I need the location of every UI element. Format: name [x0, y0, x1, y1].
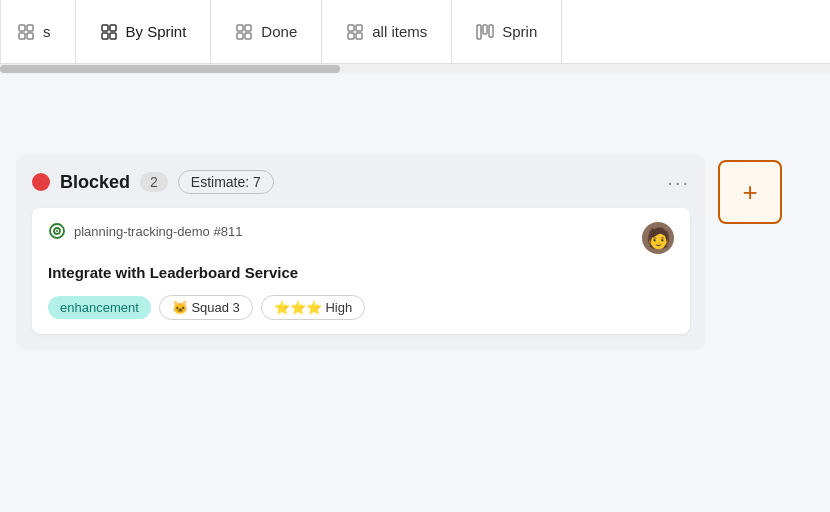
svg-rect-7: [110, 33, 116, 39]
issue-title: Integrate with Leaderboard Service: [48, 262, 674, 283]
svg-rect-8: [237, 25, 243, 31]
svg-rect-9: [245, 25, 251, 31]
issue-id: planning-tracking-demo #811: [74, 224, 242, 239]
svg-rect-12: [348, 25, 354, 31]
tab-by-sprint[interactable]: By Sprint: [76, 0, 212, 63]
svg-rect-15: [356, 33, 362, 39]
svg-rect-18: [489, 25, 493, 37]
add-column-button[interactable]: +: [718, 160, 782, 224]
grid-icon-all: [346, 23, 364, 41]
grid-icon-done: [235, 23, 253, 41]
more-options-button[interactable]: ···: [667, 172, 690, 192]
tab-bar: s By Sprint Done all items: [0, 0, 830, 64]
blocked-column: Blocked 2 Estimate: 7 ··· planning-track…: [16, 154, 706, 350]
scrollbar-thumb[interactable]: [0, 65, 340, 73]
svg-rect-16: [477, 25, 481, 39]
svg-rect-17: [483, 25, 487, 34]
column-header: Blocked 2 Estimate: 7 ···: [32, 170, 690, 194]
column-count: 2: [140, 172, 168, 192]
target-icon: [48, 222, 66, 240]
issue-card-header: planning-tracking-demo #811 🧑: [48, 222, 674, 254]
svg-rect-0: [19, 25, 25, 31]
horizontal-scrollbar[interactable]: [0, 64, 830, 74]
column-title: Blocked: [60, 172, 130, 193]
blocked-status-dot: [32, 173, 50, 191]
tag-enhancement[interactable]: enhancement: [48, 296, 151, 319]
issue-card[interactable]: planning-tracking-demo #811 🧑 Integrate …: [32, 208, 690, 334]
tab-done-label: Done: [261, 23, 297, 40]
svg-rect-6: [102, 33, 108, 39]
avatar: 🧑: [642, 222, 674, 254]
tab-sprint[interactable]: Sprin: [452, 0, 562, 63]
svg-rect-14: [348, 33, 354, 39]
tag-squad[interactable]: 🐱 Squad 3: [159, 295, 253, 320]
svg-rect-5: [110, 25, 116, 31]
tab-all-items-label: all items: [372, 23, 427, 40]
tab-prev-label: s: [43, 23, 51, 40]
tag-priority[interactable]: ⭐⭐⭐ High: [261, 295, 365, 320]
issue-id-row: planning-tracking-demo #811: [48, 222, 242, 240]
grid-icon: [17, 23, 35, 41]
svg-point-21: [56, 230, 58, 232]
svg-rect-1: [27, 25, 33, 31]
svg-rect-4: [102, 25, 108, 31]
svg-rect-3: [27, 33, 33, 39]
plus-icon: +: [742, 179, 757, 205]
tab-by-sprint-label: By Sprint: [126, 23, 187, 40]
grid-icon-sprint: [100, 23, 118, 41]
estimate-badge: Estimate: 7: [178, 170, 274, 194]
svg-rect-13: [356, 25, 362, 31]
svg-rect-11: [245, 33, 251, 39]
main-content: Blocked 2 Estimate: 7 ··· planning-track…: [0, 134, 830, 370]
svg-rect-10: [237, 33, 243, 39]
tab-all-items[interactable]: all items: [322, 0, 452, 63]
kanban-icon: [476, 23, 494, 41]
tab-done[interactable]: Done: [211, 0, 322, 63]
issue-tags: enhancement 🐱 Squad 3 ⭐⭐⭐ High: [48, 295, 674, 320]
tab-prev[interactable]: s: [0, 0, 76, 63]
tab-sprint-label: Sprin: [502, 23, 537, 40]
svg-rect-2: [19, 33, 25, 39]
